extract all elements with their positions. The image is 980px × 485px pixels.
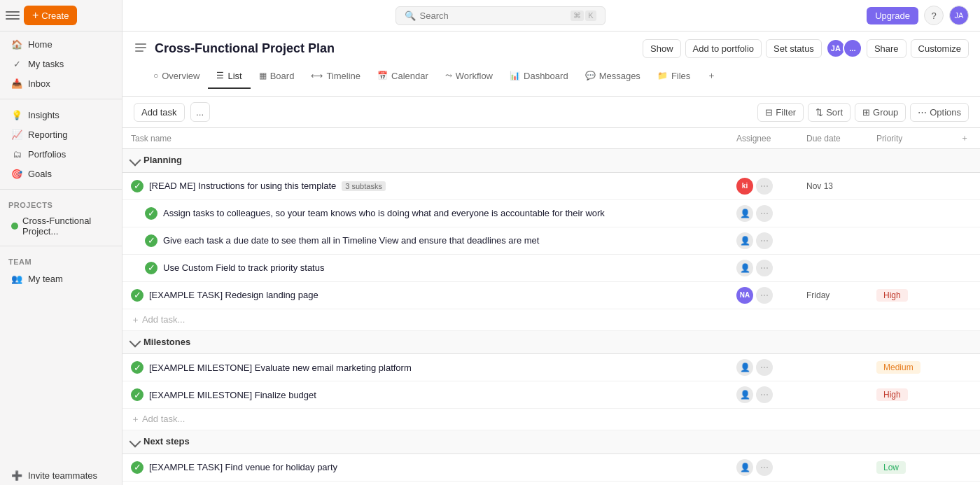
sidebar-item-label: Inbox xyxy=(28,78,50,89)
subtask-check[interactable]: ✓ xyxy=(145,207,158,220)
upgrade-button[interactable]: Upgrade xyxy=(867,7,918,24)
tab-overview[interactable]: ○ Overview xyxy=(145,64,208,89)
tab-label: Calendar xyxy=(391,71,428,81)
assignee-td-campaign: 👤 ⋯ xyxy=(728,481,798,485)
subtask-check[interactable]: ✓ xyxy=(145,234,158,247)
options-button[interactable]: ⋯ Options xyxy=(910,103,969,122)
subtask-priority-td xyxy=(868,254,952,281)
filter-button[interactable]: ⊟ Filter xyxy=(757,103,804,122)
priority-badge-redesign[interactable]: High xyxy=(876,289,908,302)
sidebar-item-inbox[interactable]: 📥 Inbox xyxy=(3,73,119,93)
main-content: 🔍 ⌘ K Upgrade ? JA Cross-Functional Proj… xyxy=(122,0,980,485)
task-table: Task name Assignee Due date Priority ＋ P… xyxy=(122,128,980,485)
add-task-button[interactable]: Add task xyxy=(134,103,185,122)
create-button[interactable]: Create xyxy=(24,6,77,25)
priority-td-campaign: Medium xyxy=(868,481,952,485)
calendar-icon: 📅 xyxy=(377,71,388,80)
task-check-read-me[interactable]: ✓ xyxy=(131,180,144,192)
sidebar-item-insights[interactable]: 💡 Insights xyxy=(3,105,119,125)
sidebar-item-my-team[interactable]: 👥 My team xyxy=(3,269,119,288)
assignee-cell-holiday: 👤 ⋯ xyxy=(736,459,790,476)
tab-files[interactable]: 📁 Files xyxy=(649,64,699,89)
priority-badge-milestone2[interactable]: High xyxy=(876,388,908,401)
task-name-text-milestone1[interactable]: [EXAMPLE MILESTONE] Evaluate new email m… xyxy=(149,363,412,373)
task-check-holiday[interactable]: ✓ xyxy=(131,461,144,474)
show-button[interactable]: Show xyxy=(643,39,681,58)
group-icon: ⊞ xyxy=(862,107,870,118)
col-priority: Priority xyxy=(868,128,952,149)
tab-workflow[interactable]: ⤳ Workflow xyxy=(437,64,501,89)
task-name-text-milestone2[interactable]: [EXAMPLE MILESTONE] Finalize budget xyxy=(149,390,316,400)
more-button[interactable]: ... xyxy=(190,102,210,122)
projects-header: Projects xyxy=(0,195,122,212)
customize-button[interactable]: Customize xyxy=(911,39,969,58)
section-toggle-planning[interactable]: Planning xyxy=(131,155,182,165)
sidebar-item-label: Reporting xyxy=(28,129,67,140)
sort-button[interactable]: ⇅ Sort xyxy=(808,103,850,122)
task-check-redesign[interactable]: ✓ xyxy=(131,289,144,302)
tab-list[interactable]: ☰ List xyxy=(208,64,250,89)
sidebar-item-portfolios[interactable]: 🗂 Portfolios xyxy=(3,144,119,164)
subtask-name-text[interactable]: Use Custom Field to track priority statu… xyxy=(163,262,324,273)
add-task-row-milestones[interactable]: ＋ Add task... xyxy=(122,409,980,430)
board-icon: ▦ xyxy=(259,71,267,80)
priority-td-holiday: Low xyxy=(868,454,952,481)
account-button[interactable]: JA xyxy=(949,6,969,25)
sidebar-item-label: My tasks xyxy=(28,59,64,69)
task-check-milestone2[interactable]: ✓ xyxy=(131,388,144,401)
tab-dashboard[interactable]: 📊 Dashboard xyxy=(501,64,577,89)
tab-timeline[interactable]: ⟷ Timeline xyxy=(302,64,369,89)
subtask-name-td: ✓ Assign tasks to colleagues, so your te… xyxy=(122,199,728,227)
task-check-milestone1[interactable]: ✓ xyxy=(131,361,144,374)
task-name-td-redesign: ✓ [EXAMPLE TASK] Redesign landing page xyxy=(122,281,728,309)
group-button[interactable]: ⊞ Group xyxy=(855,103,906,122)
section-toggle-next-steps[interactable]: Next steps xyxy=(131,436,190,447)
section-header-planning: Planning xyxy=(122,149,980,173)
subtask-assignee-td: 👤⋯ xyxy=(728,199,798,227)
section-chevron-next-steps xyxy=(130,435,141,447)
shortcut-cmd: ⌘ xyxy=(570,10,584,21)
sidebar-item-reporting[interactable]: 📈 Reporting xyxy=(3,125,119,144)
add-task-cell-milestones[interactable]: ＋ Add task... xyxy=(122,409,980,430)
tasks-icon: ✓ xyxy=(11,58,22,69)
add-to-portfolio-button[interactable]: Add to portfolio xyxy=(685,39,762,58)
search-input[interactable] xyxy=(420,10,567,21)
col-add[interactable]: ＋ xyxy=(952,128,980,149)
subtask-name-text[interactable]: Give each task a due date to see them al… xyxy=(163,235,539,246)
priority-badge-milestone1[interactable]: Medium xyxy=(876,361,920,374)
invite-teammates-button[interactable]: ➕ Invite teammates xyxy=(3,465,119,485)
subtask-due-icon: ⋯ xyxy=(756,205,773,222)
subtask-due-td xyxy=(798,199,868,227)
sidebar-project-crossfunctional[interactable]: Cross-Functional Project... xyxy=(3,212,119,240)
task-name-text-read-me[interactable]: [READ ME] Instructions for using this te… xyxy=(149,181,336,191)
sidebar-item-home[interactable]: 🏠 Home xyxy=(3,34,119,54)
hamburger-icon[interactable] xyxy=(6,8,20,22)
share-button[interactable]: Share xyxy=(867,39,906,58)
add-task-row-planning[interactable]: ＋ Add task... xyxy=(122,309,980,330)
help-button[interactable]: ? xyxy=(924,6,944,25)
task-name-text-redesign[interactable]: [EXAMPLE TASK] Redesign landing page xyxy=(149,290,318,300)
section-toggle-milestones[interactable]: Milestones xyxy=(131,337,190,347)
overview-icon: ○ xyxy=(153,71,158,80)
search-bar[interactable]: 🔍 ⌘ K xyxy=(396,6,606,25)
task-name-td-milestone2: ✓ [EXAMPLE MILESTONE] Finalize budget xyxy=(122,381,728,409)
sidebar-item-goals[interactable]: 🎯 Goals xyxy=(3,164,119,183)
tab-label: Dashboard xyxy=(524,71,568,81)
sidebar-item-my-tasks[interactable]: ✓ My tasks xyxy=(3,54,119,73)
add-task-cell-planning[interactable]: ＋ Add task... xyxy=(122,309,980,330)
priority-badge-holiday[interactable]: Low xyxy=(876,461,906,474)
table-header-row: Task name Assignee Due date Priority ＋ xyxy=(122,128,980,149)
tab-calendar[interactable]: 📅 Calendar xyxy=(369,64,437,89)
shortcut-k: K xyxy=(585,10,596,21)
subtask-check[interactable]: ✓ xyxy=(145,262,158,274)
insights-icon: 💡 xyxy=(11,109,22,120)
tab-board[interactable]: ▦ Board xyxy=(251,64,303,89)
tab-label: Overview xyxy=(162,71,200,81)
set-status-button[interactable]: Set status xyxy=(766,39,822,58)
subtask-name-td: ✓ Use Custom Field to track priority sta… xyxy=(122,254,728,281)
tab-messages[interactable]: 💬 Messages xyxy=(577,64,649,89)
tab-add[interactable]: ＋ xyxy=(699,64,724,89)
extra-td-holiday xyxy=(952,454,980,481)
task-name-text-holiday[interactable]: [EXAMPLE TASK] Find venue for holiday pa… xyxy=(149,462,337,472)
subtask-name-text[interactable]: Assign tasks to colleagues, so your team… xyxy=(163,208,605,218)
